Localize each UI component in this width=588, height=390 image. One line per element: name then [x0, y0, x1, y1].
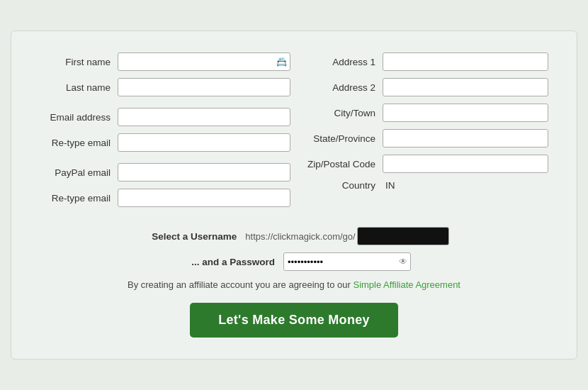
state-row: State/Province — [298, 129, 548, 147]
show-password-icon[interactable]: 👁 — [399, 257, 407, 267]
password-input[interactable] — [283, 252, 411, 271]
username-input[interactable] — [357, 227, 449, 245]
url-prefix: https://clickmagick.com/go/ — [245, 231, 355, 242]
contact-card-icon: 📇 — [276, 57, 287, 67]
zip-input[interactable] — [383, 155, 548, 173]
retype-email-2-input[interactable] — [118, 189, 290, 207]
state-label: State/Province — [298, 133, 383, 144]
address-1-row: Address 1 — [298, 52, 548, 71]
form-layout: First name 📇 Last name Email address — [40, 52, 548, 214]
retype-email-1-row: Re-type email — [40, 133, 290, 152]
username-label: Select a Username — [139, 231, 245, 242]
country-row: Country IN — [298, 180, 548, 191]
retype-email-2-wrap — [118, 189, 290, 207]
city-label: City/Town — [298, 108, 383, 118]
paypal-email-label: PayPal email — [40, 167, 118, 178]
state-input[interactable] — [383, 129, 548, 147]
address-1-label: Address 1 — [298, 57, 383, 67]
last-name-input[interactable] — [118, 78, 290, 96]
address-1-wrap — [383, 52, 548, 71]
paypal-email-input[interactable] — [118, 163, 290, 182]
bottom-section: Select a Username https://clickmagick.co… — [40, 227, 548, 338]
agreement-text-before: By creating an affiliate account you are… — [128, 279, 353, 290]
retype-email-2-row: Re-type email — [40, 189, 290, 207]
first-name-label: First name — [40, 57, 118, 67]
city-row: City/Town — [298, 104, 548, 122]
zip-row: Zip/Postal Code — [298, 155, 548, 173]
first-name-input[interactable] — [118, 52, 290, 71]
address-2-label: Address 2 — [298, 82, 383, 93]
zip-wrap — [383, 155, 548, 173]
username-row: Select a Username https://clickmagick.co… — [40, 227, 548, 245]
last-name-wrap — [118, 78, 290, 96]
password-wrap: 👁 — [283, 252, 411, 271]
email-label: Email address — [40, 112, 118, 123]
email-row: Email address — [40, 108, 290, 126]
state-wrap — [383, 129, 548, 147]
email-input[interactable] — [118, 108, 290, 126]
first-name-row: First name 📇 — [40, 52, 290, 71]
agreement-text: By creating an affiliate account you are… — [40, 279, 548, 290]
left-column: First name 📇 Last name Email address — [40, 52, 290, 214]
last-name-label: Last name — [40, 82, 118, 93]
country-value: IN — [383, 180, 395, 191]
retype-email-1-label: Re-type email — [40, 138, 118, 148]
address-2-row: Address 2 — [298, 78, 548, 96]
address-1-input[interactable] — [383, 52, 548, 71]
submit-button[interactable]: Let's Make Some Money — [190, 303, 398, 338]
address-2-input[interactable] — [383, 78, 548, 96]
retype-email-1-input[interactable] — [118, 133, 290, 152]
city-input[interactable] — [383, 104, 548, 122]
last-name-row: Last name — [40, 78, 290, 96]
city-wrap — [383, 104, 548, 122]
first-name-wrap: 📇 — [118, 52, 290, 71]
country-label: Country — [298, 180, 383, 191]
agreement-link[interactable]: Simple Affiliate Agreement — [353, 279, 460, 290]
password-label: ... and a Password — [177, 257, 283, 267]
address-2-wrap — [383, 78, 548, 96]
email-wrap — [118, 108, 290, 126]
username-input-wrap: https://clickmagick.com/go/ — [245, 227, 448, 245]
retype-email-1-wrap — [118, 133, 290, 152]
registration-card: First name 📇 Last name Email address — [11, 30, 577, 360]
retype-email-2-label: Re-type email — [40, 193, 118, 204]
paypal-email-wrap — [118, 163, 290, 182]
zip-label: Zip/Postal Code — [298, 159, 383, 169]
password-row: ... and a Password 👁 — [40, 252, 548, 271]
paypal-email-row: PayPal email — [40, 163, 290, 182]
right-column: Address 1 Address 2 City/Town — [298, 52, 548, 214]
